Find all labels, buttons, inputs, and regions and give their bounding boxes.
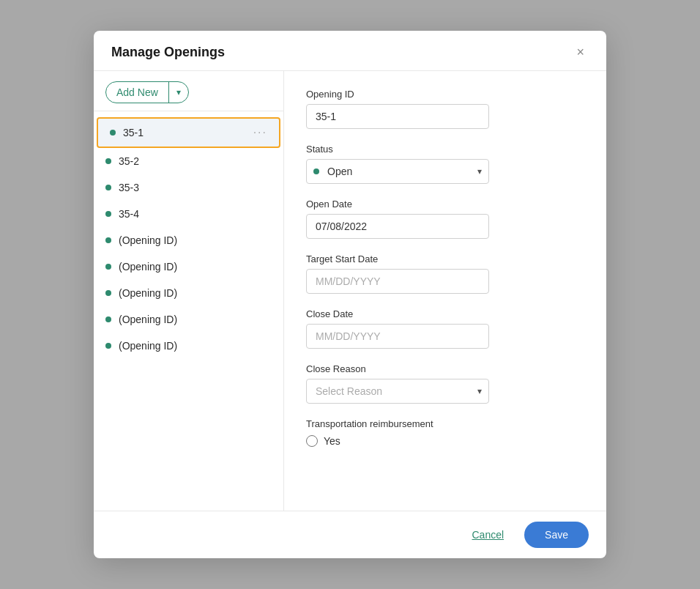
sidebar-item-label: 35-4 bbox=[119, 208, 272, 220]
sidebar-item-opening-id-3[interactable]: (Opening ID) bbox=[94, 280, 283, 306]
chevron-down-icon: ▾ bbox=[169, 83, 188, 102]
opening-id-group: Opening ID bbox=[306, 89, 584, 129]
open-date-input[interactable] bbox=[306, 214, 489, 239]
sidebar-list: 35-1 ··· 35-2 35-3 bbox=[94, 114, 283, 511]
target-start-date-input[interactable] bbox=[306, 269, 489, 294]
dot-icon bbox=[105, 185, 111, 190]
more-icon[interactable]: ··· bbox=[253, 126, 267, 139]
sidebar-item-opening-id-5[interactable]: (Opening ID) bbox=[94, 333, 283, 359]
sidebar-item-opening-id-4[interactable]: (Opening ID) bbox=[94, 306, 283, 333]
sidebar-item-35-1[interactable]: 35-1 ··· bbox=[97, 117, 280, 148]
modal: Manage Openings × Add New ▾ 35-1 bbox=[94, 31, 606, 558]
open-date-group: Open Date bbox=[306, 199, 584, 239]
close-button[interactable]: × bbox=[572, 44, 589, 60]
add-new-label: Add New bbox=[106, 82, 169, 103]
sidebar-item-opening-id-2[interactable]: (Opening ID) bbox=[94, 253, 283, 280]
dot-icon bbox=[105, 211, 111, 217]
close-reason-select[interactable]: Select Reason bbox=[306, 379, 489, 404]
close-reason-group: Close Reason Select Reason ▾ bbox=[306, 363, 584, 404]
transportation-label: Transportation reimbursement bbox=[306, 418, 584, 429]
sidebar-item-35-3[interactable]: 35-3 bbox=[94, 174, 283, 201]
open-date-label: Open Date bbox=[306, 199, 584, 210]
dot-icon bbox=[105, 237, 111, 243]
sidebar-item-label: 35-2 bbox=[119, 155, 272, 167]
opening-id-label: Opening ID bbox=[306, 89, 584, 100]
dot-icon bbox=[105, 290, 111, 296]
sidebar-divider bbox=[94, 111, 283, 111]
dot-icon bbox=[105, 343, 111, 349]
sidebar-item-35-2[interactable]: 35-2 bbox=[94, 148, 283, 174]
sidebar-item-label: 35-3 bbox=[119, 182, 272, 193]
sidebar-item-opening-id-1[interactable]: (Opening ID) bbox=[94, 227, 283, 253]
modal-footer: Cancel Save bbox=[94, 511, 606, 558]
status-label: Status bbox=[306, 144, 584, 155]
modal-header: Manage Openings × bbox=[94, 31, 606, 71]
status-select-wrapper: Open Closed ▾ bbox=[306, 159, 489, 184]
status-group: Status Open Closed ▾ bbox=[306, 144, 584, 184]
modal-body: Add New ▾ 35-1 ··· 35-2 bbox=[94, 71, 606, 511]
target-start-date-group: Target Start Date bbox=[306, 253, 584, 294]
yes-radio-group: Yes bbox=[306, 435, 584, 447]
dot-icon bbox=[105, 264, 111, 270]
sidebar-item-label: (Opening ID) bbox=[119, 287, 272, 299]
sidebar-item-label: (Opening ID) bbox=[119, 340, 272, 352]
yes-radio-input[interactable] bbox=[306, 435, 318, 447]
dot-icon bbox=[110, 130, 116, 136]
dot-icon bbox=[105, 158, 111, 164]
save-button[interactable]: Save bbox=[524, 522, 589, 548]
sidebar-item-label: (Opening ID) bbox=[119, 314, 272, 325]
dot-icon bbox=[105, 316, 111, 322]
modal-title: Manage Openings bbox=[111, 45, 225, 60]
target-start-date-label: Target Start Date bbox=[306, 253, 584, 264]
transportation-group: Transportation reimbursement Yes bbox=[306, 418, 584, 447]
yes-radio-label: Yes bbox=[324, 435, 340, 447]
sidebar-toolbar: Add New ▾ bbox=[94, 71, 283, 111]
close-reason-label: Close Reason bbox=[306, 363, 584, 374]
add-new-button[interactable]: Add New ▾ bbox=[105, 81, 189, 103]
sidebar-item-label: (Opening ID) bbox=[119, 261, 272, 273]
status-select[interactable]: Open Closed bbox=[306, 159, 489, 184]
cancel-button[interactable]: Cancel bbox=[463, 523, 513, 547]
opening-id-input[interactable] bbox=[306, 104, 489, 129]
close-date-label: Close Date bbox=[306, 308, 584, 319]
close-date-group: Close Date bbox=[306, 308, 584, 349]
close-reason-select-wrapper: Select Reason ▾ bbox=[306, 379, 489, 404]
sidebar: Add New ▾ 35-1 ··· 35-2 bbox=[94, 71, 284, 511]
sidebar-item-label: 35-1 bbox=[123, 127, 253, 138]
main-content: Opening ID Status Open Closed ▾ bbox=[284, 71, 606, 511]
sidebar-item-35-4[interactable]: 35-4 bbox=[94, 201, 283, 227]
close-date-input[interactable] bbox=[306, 324, 489, 349]
sidebar-item-label: (Opening ID) bbox=[119, 234, 272, 246]
modal-backdrop: Manage Openings × Add New ▾ 35-1 bbox=[0, 0, 700, 589]
